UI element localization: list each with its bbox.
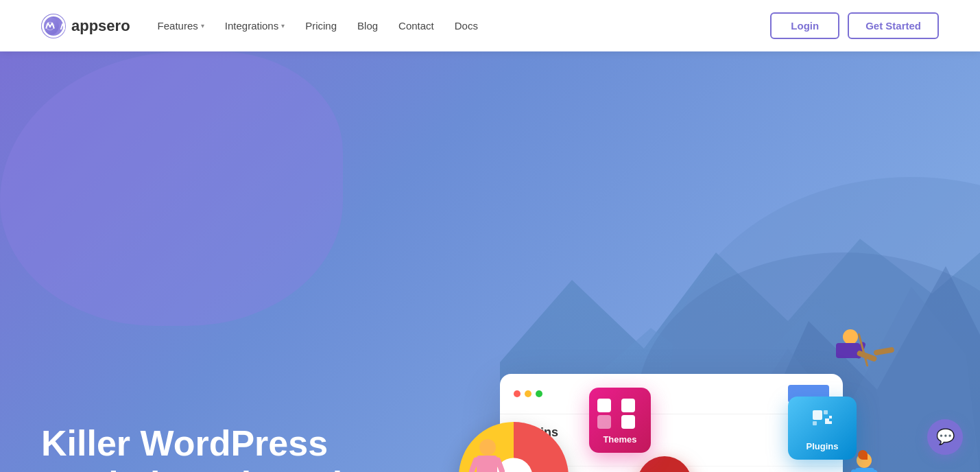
- nav-links: Features ▾ Integrations ▾ Pricing Blog C…: [158, 20, 771, 32]
- logo-icon: [41, 14, 66, 38]
- navbar: appsero Features ▾ Integrations ▾ Pricin…: [0, 0, 980, 51]
- themes-cell-3: [597, 415, 611, 429]
- hero-content: Killer WordPress Analytics, Licensing & …: [41, 423, 425, 472]
- window-controls: [514, 390, 542, 397]
- plugins-card: Plugins: [788, 397, 857, 460]
- nav-integrations[interactable]: Integrations ▾: [225, 20, 285, 32]
- person-torso: [477, 456, 497, 472]
- themes-card: Themes: [589, 388, 651, 453]
- chat-bubble[interactable]: 💬: [927, 419, 963, 455]
- logo-text: appsero: [71, 17, 130, 35]
- themes-label: Themes: [597, 434, 643, 445]
- person-leg2: [874, 346, 895, 355]
- svg-rect-6: [813, 421, 817, 425]
- chat-icon: 💬: [936, 428, 955, 446]
- nav-pricing[interactable]: Pricing: [305, 20, 337, 32]
- svg-rect-5: [824, 410, 828, 414]
- plugins-icon: [796, 408, 848, 437]
- themes-cell-1: [597, 399, 611, 412]
- login-button[interactable]: Login: [770, 12, 839, 39]
- svg-point-0: [41, 17, 59, 35]
- maximize-dot: [536, 390, 542, 397]
- person-woman: [466, 439, 514, 472]
- themes-cell-4: [621, 415, 635, 429]
- person-head: [479, 439, 496, 456]
- person-hair: [858, 450, 868, 460]
- nav-features[interactable]: Features ▾: [158, 20, 204, 32]
- hero-section: Killer WordPress Analytics, Licensing & …: [0, 326, 980, 472]
- person-head: [843, 329, 858, 344]
- floating-person: [836, 329, 905, 377]
- svg-point-1: [46, 22, 54, 30]
- features-chevron-icon: ▾: [201, 22, 204, 30]
- hero-title: Killer WordPress Analytics, Licensing & …: [41, 423, 425, 472]
- nav-contact[interactable]: Contact: [398, 20, 434, 32]
- bg-blob: [0, 51, 343, 326]
- nav-blog[interactable]: Blog: [357, 20, 378, 32]
- themes-icon-grid: [597, 399, 643, 429]
- minimize-dot: [525, 390, 531, 397]
- close-dot: [514, 390, 521, 397]
- hero-illustration: Plugins Plugin Services: [466, 319, 959, 472]
- themes-cell-2: [621, 399, 635, 412]
- logo[interactable]: appsero: [41, 14, 130, 38]
- integrations-chevron-icon: ▾: [281, 22, 285, 30]
- get-started-button[interactable]: Get Started: [848, 12, 939, 39]
- plugins-label: Plugins: [796, 441, 848, 451]
- dashboard-card: Plugins Plugin Services: [500, 374, 843, 472]
- svg-rect-4: [813, 410, 822, 420]
- nav-actions: Login Get Started: [770, 12, 939, 39]
- nav-docs[interactable]: Docs: [455, 20, 478, 32]
